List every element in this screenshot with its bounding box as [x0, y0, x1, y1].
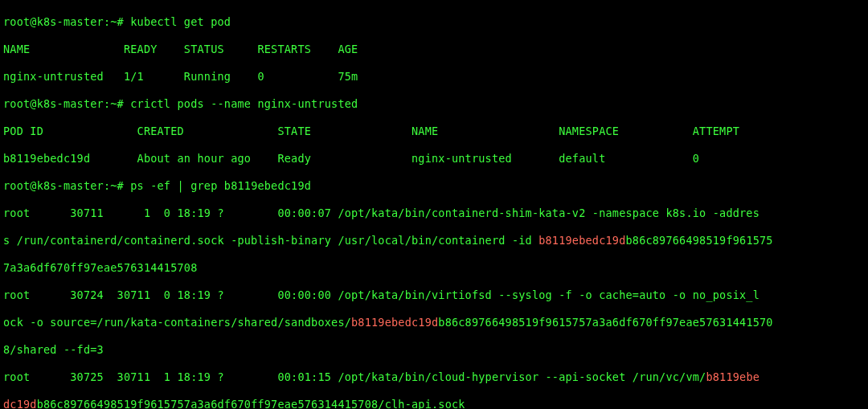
- output-line: dc19db86c89766498519f9615757a3a6df670ff9…: [3, 398, 865, 409]
- output-line: nginx-untrusted 1/1 Running 0 75m: [3, 70, 865, 84]
- output-line: 8/shared --fd=3: [3, 343, 865, 357]
- shell-prompt: root@k8s-master:~#: [3, 179, 130, 192]
- shell-prompt: root@k8s-master:~#: [3, 15, 130, 28]
- output-line: POD ID CREATED STATE NAME NAMESPACE ATTE…: [3, 125, 865, 138]
- grep-match: dc19d: [3, 398, 37, 409]
- grep-match: b8119ebedc19d: [538, 234, 625, 247]
- output-line: 7a3a6df670ff97eae576314415708: [3, 261, 865, 275]
- line: root@k8s-master:~# ps -ef | grep b8119eb…: [3, 179, 865, 193]
- command: kubectl get pod: [130, 15, 231, 28]
- output-line: s /run/containerd/containerd.sock -publi…: [3, 234, 865, 247]
- command: ps -ef | grep b8119ebedc19d: [130, 179, 311, 192]
- line: root@k8s-master:~# crictl pods --name ng…: [3, 97, 865, 111]
- output-line: root 30711 1 0 18:19 ? 00:00:07 /opt/kat…: [3, 207, 865, 220]
- output-line: root 30725 30711 1 18:19 ? 00:01:15 /opt…: [3, 370, 865, 384]
- command: crictl pods --name nginx-untrusted: [130, 97, 358, 110]
- shell-prompt: root@k8s-master:~#: [3, 97, 130, 110]
- line: root@k8s-master:~# kubectl get pod: [3, 15, 865, 29]
- output-line: b8119ebedc19d About an hour ago Ready ng…: [3, 152, 865, 166]
- grep-match: b8119ebedc19d: [351, 316, 438, 329]
- output-line: root 30724 30711 0 18:19 ? 00:00:00 /opt…: [3, 288, 865, 302]
- terminal[interactable]: root@k8s-master:~# kubectl get pod NAME …: [0, 0, 868, 409]
- output-line: ock -o source=/run/kata-containers/share…: [3, 316, 865, 329]
- grep-match: b8119ebe: [706, 370, 760, 383]
- output-line: NAME READY STATUS RESTARTS AGE: [3, 43, 865, 56]
